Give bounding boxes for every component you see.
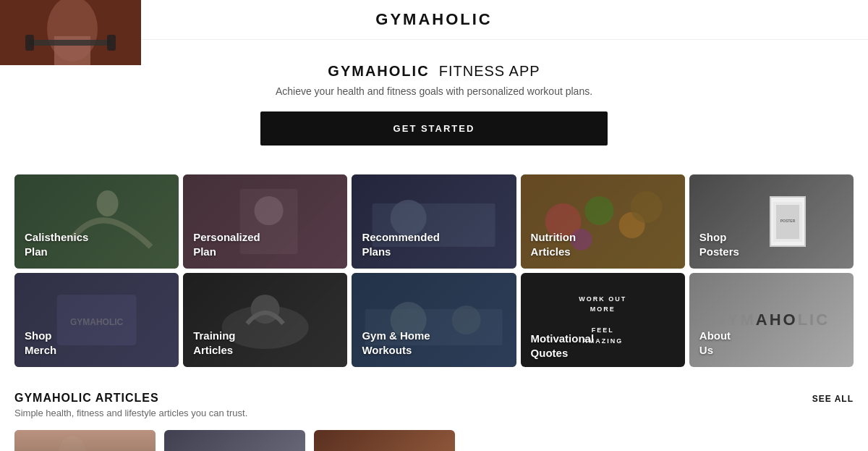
grid-item-shopmerch[interactable]: GYMAHOLIC ShopMerch: [14, 273, 179, 367]
articles-section: GYMAHOLIC ARTICLES SEE ALL Simple health…: [0, 374, 868, 451]
svg-point-10: [584, 196, 613, 225]
category-grid: CalisthenicsPlan PersonalizedPlan Recomm…: [0, 160, 868, 374]
grid-item-personalized[interactable]: PersonalizedPlan: [183, 174, 347, 269]
header-logo: GYMAHOLIC: [375, 10, 492, 29]
hero-brand: GYMAHOLIC: [328, 63, 429, 79]
see-all-button[interactable]: SEE ALL: [812, 394, 854, 404]
grid-label-personalized: PersonalizedPlan: [193, 230, 260, 258]
grid-label-recommended: RecommendedPlans: [362, 230, 440, 258]
svg-text:POSTER: POSTER: [780, 219, 796, 223]
svg-rect-27: [14, 430, 156, 451]
svg-point-30: [59, 436, 85, 451]
svg-point-1: [97, 190, 119, 216]
articles-header: GYMAHOLIC ARTICLES SEE ALL: [14, 392, 854, 405]
grid-item-aboutus[interactable]: GYMAHOLIC AboutUs: [689, 273, 854, 367]
article-card-2[interactable]: [164, 430, 305, 451]
grid-item-recommended[interactable]: RecommendedPlans: [352, 174, 516, 269]
articles-section-title: GYMAHOLIC ARTICLES: [14, 392, 159, 405]
poster-frame: POSTER: [770, 196, 806, 247]
svg-point-4: [255, 196, 284, 225]
svg-point-26: [452, 305, 481, 334]
grid-label-gymhome: Gym & HomeWorkouts: [362, 329, 430, 357]
hero-subtitle: Achieve your health and fitness goals wi…: [14, 85, 854, 97]
grid-item-calisthenics[interactable]: CalisthenicsPlan: [14, 174, 179, 269]
svg-point-13: [630, 191, 662, 223]
grid-item-motivational[interactable]: WORK OUTMOREFEELAMAZING MotivationalQuot…: [521, 273, 685, 367]
grid-item-training[interactable]: TrainingArticles: [183, 273, 347, 367]
svg-point-22: [251, 295, 280, 324]
gymaholic-watermark: GYMAHOLIC: [713, 311, 830, 329]
grid-label-calisthenics: CalisthenicsPlan: [25, 230, 88, 258]
get-started-button[interactable]: GET STARTED: [260, 111, 608, 146]
grid-container: CalisthenicsPlan PersonalizedPlan Recomm…: [14, 174, 854, 367]
article-card-3[interactable]: [314, 430, 455, 451]
hero-title: GYMAHOLIC FITNESS APP: [14, 63, 854, 80]
hero-tagline: FITNESS APP: [439, 63, 540, 79]
svg-text:GYMAHOLIC: GYMAHOLIC: [70, 317, 124, 327]
article-card-1[interactable]: [14, 430, 156, 451]
grid-label-training: TrainingArticles: [193, 329, 235, 357]
grid-item-posters[interactable]: POSTER ShopPosters: [689, 174, 854, 269]
grid-label-motivational: MotivationalQuotes: [531, 332, 595, 360]
articles-subtitle: Simple health, fitness and lifestyle art…: [14, 408, 854, 418]
grid-item-nutrition[interactable]: NutritionArticles: [521, 174, 685, 269]
grid-label-nutrition: NutritionArticles: [531, 230, 576, 258]
grid-label-shopmerch: ShopMerch: [25, 329, 56, 357]
grid-item-gymhome[interactable]: Gym & HomeWorkouts: [352, 273, 516, 367]
grid-label-aboutus: AboutUs: [699, 329, 731, 357]
articles-row: [14, 430, 854, 451]
grid-label-posters: ShopPosters: [699, 230, 739, 258]
